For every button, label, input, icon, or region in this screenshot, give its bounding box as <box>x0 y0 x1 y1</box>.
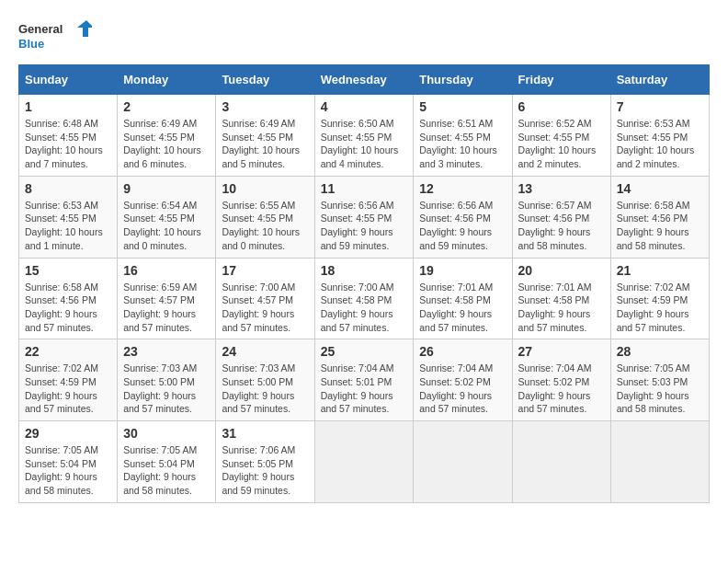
day-cell-2: 2Sunrise: 6:49 AMSunset: 4:55 PMDaylight… <box>118 95 216 177</box>
day-cell-13: 13Sunrise: 6:57 AMSunset: 4:56 PMDayligh… <box>512 176 610 258</box>
logo: General Blue <box>18 18 92 55</box>
day-cell-10: 10Sunrise: 6:55 AMSunset: 4:55 PMDayligh… <box>216 176 314 258</box>
day-info: Sunrise: 7:04 AMSunset: 5:01 PMDaylight:… <box>321 362 408 416</box>
day-info: Sunrise: 7:02 AMSunset: 4:59 PMDaylight:… <box>25 362 111 416</box>
empty-cell <box>512 421 610 503</box>
day-info: Sunrise: 7:02 AMSunset: 4:59 PMDaylight:… <box>617 281 703 335</box>
day-cell-31: 31Sunrise: 7:06 AMSunset: 5:05 PMDayligh… <box>216 421 314 503</box>
day-info: Sunrise: 6:49 AMSunset: 4:55 PMDaylight:… <box>123 117 210 171</box>
day-number: 31 <box>222 426 308 441</box>
day-number: 20 <box>518 263 605 278</box>
day-number: 26 <box>419 344 506 359</box>
day-cell-14: 14Sunrise: 6:58 AMSunset: 4:56 PMDayligh… <box>610 176 709 258</box>
day-number: 5 <box>419 99 506 114</box>
calendar-week-5: 29Sunrise: 7:05 AMSunset: 5:04 PMDayligh… <box>19 421 710 503</box>
col-header-saturday: Saturday <box>610 65 709 95</box>
empty-cell <box>414 421 512 503</box>
day-number: 2 <box>123 99 210 114</box>
svg-marker-2 <box>77 20 92 37</box>
calendar-table: SundayMondayTuesdayWednesdayThursdayFrid… <box>18 64 710 503</box>
day-number: 29 <box>25 426 111 441</box>
day-number: 7 <box>617 99 703 114</box>
day-cell-20: 20Sunrise: 7:01 AMSunset: 4:58 PMDayligh… <box>512 258 610 339</box>
day-info: Sunrise: 7:05 AMSunset: 5:04 PMDaylight:… <box>25 443 111 498</box>
day-cell-12: 12Sunrise: 6:56 AMSunset: 4:56 PMDayligh… <box>414 176 512 258</box>
col-header-thursday: Thursday <box>414 65 512 95</box>
day-info: Sunrise: 7:03 AMSunset: 5:00 PMDaylight:… <box>222 362 308 416</box>
day-info: Sunrise: 6:54 AMSunset: 4:55 PMDaylight:… <box>123 199 210 253</box>
day-info: Sunrise: 7:03 AMSunset: 5:00 PMDaylight:… <box>123 362 210 416</box>
day-cell-9: 9Sunrise: 6:54 AMSunset: 4:55 PMDaylight… <box>118 176 216 258</box>
day-info: Sunrise: 6:57 AMSunset: 4:56 PMDaylight:… <box>518 199 605 253</box>
day-number: 13 <box>518 181 605 196</box>
day-info: Sunrise: 6:53 AMSunset: 4:55 PMDaylight:… <box>617 117 703 171</box>
day-number: 12 <box>419 181 506 196</box>
day-cell-26: 26Sunrise: 7:04 AMSunset: 5:02 PMDayligh… <box>414 339 512 421</box>
day-number: 3 <box>222 99 308 114</box>
logo-svg: General Blue <box>18 18 92 55</box>
empty-cell <box>314 421 414 503</box>
day-info: Sunrise: 7:04 AMSunset: 5:02 PMDaylight:… <box>518 362 605 416</box>
day-info: Sunrise: 6:48 AMSunset: 4:55 PMDaylight:… <box>25 117 111 171</box>
day-number: 15 <box>25 263 111 278</box>
svg-text:General: General <box>18 22 63 36</box>
calendar-week-3: 15Sunrise: 6:58 AMSunset: 4:56 PMDayligh… <box>19 258 710 339</box>
day-number: 9 <box>123 181 210 196</box>
day-number: 11 <box>321 181 408 196</box>
svg-text:Blue: Blue <box>18 37 44 51</box>
day-info: Sunrise: 6:58 AMSunset: 4:56 PMDaylight:… <box>617 199 703 253</box>
day-cell-15: 15Sunrise: 6:58 AMSunset: 4:56 PMDayligh… <box>19 258 118 339</box>
day-number: 30 <box>123 426 210 441</box>
day-cell-6: 6Sunrise: 6:52 AMSunset: 4:55 PMDaylight… <box>512 95 610 177</box>
day-number: 21 <box>617 263 703 278</box>
day-number: 25 <box>321 344 408 359</box>
day-info: Sunrise: 6:59 AMSunset: 4:57 PMDaylight:… <box>123 281 210 335</box>
calendar-week-1: 1Sunrise: 6:48 AMSunset: 4:55 PMDaylight… <box>19 95 710 177</box>
day-info: Sunrise: 6:53 AMSunset: 4:55 PMDaylight:… <box>25 199 111 253</box>
day-number: 16 <box>123 263 210 278</box>
col-header-tuesday: Tuesday <box>216 65 314 95</box>
day-info: Sunrise: 6:51 AMSunset: 4:55 PMDaylight:… <box>419 117 506 171</box>
day-cell-11: 11Sunrise: 6:56 AMSunset: 4:55 PMDayligh… <box>314 176 414 258</box>
day-cell-30: 30Sunrise: 7:05 AMSunset: 5:04 PMDayligh… <box>118 421 216 503</box>
day-number: 24 <box>222 344 308 359</box>
day-cell-1: 1Sunrise: 6:48 AMSunset: 4:55 PMDaylight… <box>19 95 118 177</box>
col-header-friday: Friday <box>512 65 610 95</box>
day-cell-22: 22Sunrise: 7:02 AMSunset: 4:59 PMDayligh… <box>19 339 118 421</box>
day-cell-28: 28Sunrise: 7:05 AMSunset: 5:03 PMDayligh… <box>610 339 709 421</box>
col-header-monday: Monday <box>118 65 216 95</box>
day-info: Sunrise: 7:01 AMSunset: 4:58 PMDaylight:… <box>419 281 506 335</box>
day-number: 4 <box>321 99 408 114</box>
day-info: Sunrise: 7:00 AMSunset: 4:58 PMDaylight:… <box>321 281 408 335</box>
empty-cell <box>610 421 709 503</box>
day-info: Sunrise: 6:50 AMSunset: 4:55 PMDaylight:… <box>321 117 408 171</box>
day-number: 6 <box>518 99 605 114</box>
day-info: Sunrise: 7:04 AMSunset: 5:02 PMDaylight:… <box>419 362 506 416</box>
day-cell-29: 29Sunrise: 7:05 AMSunset: 5:04 PMDayligh… <box>19 421 118 503</box>
day-info: Sunrise: 7:00 AMSunset: 4:57 PMDaylight:… <box>222 281 308 335</box>
day-cell-4: 4Sunrise: 6:50 AMSunset: 4:55 PMDaylight… <box>314 95 414 177</box>
day-cell-19: 19Sunrise: 7:01 AMSunset: 4:58 PMDayligh… <box>414 258 512 339</box>
day-number: 27 <box>518 344 605 359</box>
day-info: Sunrise: 7:05 AMSunset: 5:03 PMDaylight:… <box>617 362 703 416</box>
day-number: 17 <box>222 263 308 278</box>
day-cell-17: 17Sunrise: 7:00 AMSunset: 4:57 PMDayligh… <box>216 258 314 339</box>
calendar-header-row: SundayMondayTuesdayWednesdayThursdayFrid… <box>19 65 710 95</box>
day-cell-7: 7Sunrise: 6:53 AMSunset: 4:55 PMDaylight… <box>610 95 709 177</box>
day-number: 14 <box>617 181 703 196</box>
day-cell-27: 27Sunrise: 7:04 AMSunset: 5:02 PMDayligh… <box>512 339 610 421</box>
day-info: Sunrise: 6:58 AMSunset: 4:56 PMDaylight:… <box>25 281 111 335</box>
day-number: 23 <box>123 344 210 359</box>
day-info: Sunrise: 7:06 AMSunset: 5:05 PMDaylight:… <box>222 443 308 498</box>
day-number: 28 <box>617 344 703 359</box>
day-cell-24: 24Sunrise: 7:03 AMSunset: 5:00 PMDayligh… <box>216 339 314 421</box>
page-header: General Blue <box>18 18 710 55</box>
calendar-week-2: 8Sunrise: 6:53 AMSunset: 4:55 PMDaylight… <box>19 176 710 258</box>
day-number: 8 <box>25 181 111 196</box>
day-info: Sunrise: 6:56 AMSunset: 4:55 PMDaylight:… <box>321 199 408 253</box>
day-number: 19 <box>419 263 506 278</box>
day-info: Sunrise: 6:52 AMSunset: 4:55 PMDaylight:… <box>518 117 605 171</box>
col-header-sunday: Sunday <box>19 65 118 95</box>
day-cell-3: 3Sunrise: 6:49 AMSunset: 4:55 PMDaylight… <box>216 95 314 177</box>
day-cell-5: 5Sunrise: 6:51 AMSunset: 4:55 PMDaylight… <box>414 95 512 177</box>
